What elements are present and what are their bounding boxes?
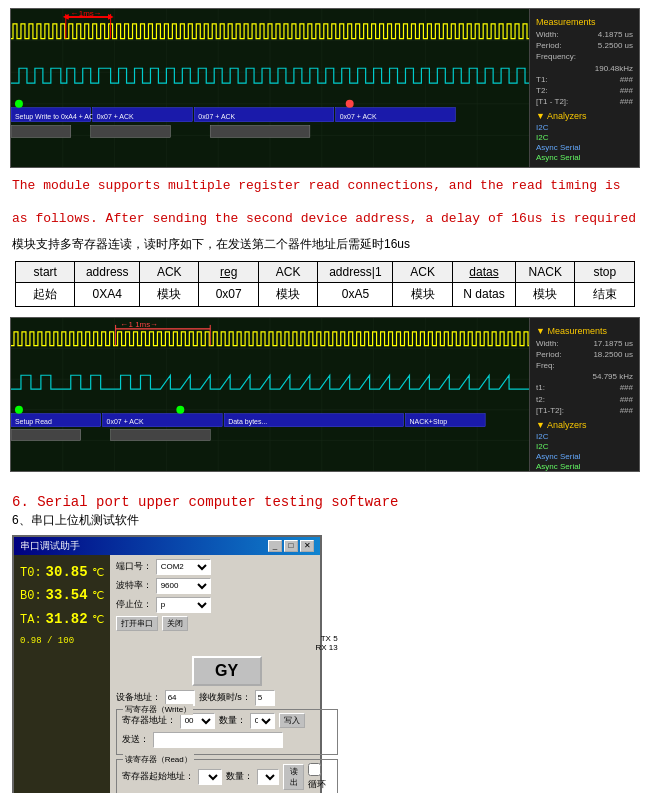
read-count-select[interactable] xyxy=(257,769,279,785)
td-mkuai4: 模块 xyxy=(516,282,575,306)
svg-point-31 xyxy=(346,100,354,108)
svg-rect-54 xyxy=(11,429,81,440)
th-ack1: ACK xyxy=(140,261,199,282)
th-ack2: ACK xyxy=(258,261,317,282)
software-titlebar: 串口调试助手 _ □ ✕ xyxy=(14,537,320,555)
stop-row: 停止位： p xyxy=(116,597,338,613)
close-port-button[interactable]: 关闭 xyxy=(162,616,188,631)
write-addr-select[interactable]: 00 xyxy=(180,713,215,729)
recv-interval-input[interactable] xyxy=(255,690,275,706)
svg-point-60 xyxy=(15,405,23,413)
osc1-analyzer-4: Async Serial xyxy=(536,153,633,162)
osc1-t1: T1: ### xyxy=(536,74,633,85)
description-chinese: 模块支持多寄存器连读，读时序如下，在发送第二个器件地址后需延时16us xyxy=(0,234,650,257)
osc1-analyzer-2: I2C xyxy=(536,133,633,142)
baud-select[interactable]: 9600 xyxy=(156,578,211,594)
write-count-label: 数量： xyxy=(219,714,246,727)
b0-value: 33.54 xyxy=(46,584,88,608)
osc1-measurements-title: Measurements xyxy=(536,17,633,27)
svg-text:0x07 + ACK: 0x07 + ACK xyxy=(107,417,144,424)
read-section-label: 读寄存器（Read） xyxy=(123,754,194,765)
port-label: 端口号： xyxy=(116,560,152,573)
progress-val1: 0.98 xyxy=(20,636,42,646)
open-port-button[interactable]: 打开串口 xyxy=(116,616,158,631)
osc2-t1t2: [T1-T2]: ### xyxy=(536,405,633,416)
td-mkuai3: 模块 xyxy=(393,282,452,306)
svg-text:←1 1ms→: ←1 1ms→ xyxy=(121,320,159,329)
osc2-width: Width: 17.1875 us xyxy=(536,338,633,349)
td-qishi: 起始 xyxy=(16,282,75,306)
osc2-t2: t2: ### xyxy=(536,394,633,405)
write-addr-row: 寄存器地址： 00 数量： 00 写入 xyxy=(122,713,332,729)
ta-value: 31.82 xyxy=(46,608,88,632)
recv-interval-label: 接收频时/s： xyxy=(199,691,251,704)
maximize-button[interactable]: □ xyxy=(284,540,298,552)
description-line2: as follows. After sending the second dev… xyxy=(0,201,650,234)
osc2-analyzer-2: I2C xyxy=(536,442,633,451)
th-datas: datas xyxy=(452,261,515,282)
t0-unit: ℃ xyxy=(92,564,104,583)
osc2-t1: t1: ### xyxy=(536,382,633,393)
section6-title: 6. Serial port upper computer testing so… xyxy=(0,482,650,512)
minimize-button[interactable]: _ xyxy=(268,540,282,552)
osc2-measurements-title: ▼ Measurements xyxy=(536,326,633,336)
read-addr-select[interactable] xyxy=(198,769,223,785)
th-address: address xyxy=(75,261,140,282)
ta-label: TA: xyxy=(20,610,42,630)
td-jieshu: 结束 xyxy=(575,282,635,306)
read-count-label: 数量： xyxy=(226,770,253,783)
baud-row: 波特率： 9600 xyxy=(116,578,338,594)
svg-text:0x07 + ACK: 0x07 + ACK xyxy=(340,113,377,120)
osc1-period: Period: 5.2500 us xyxy=(536,40,633,51)
port-row: 端口号： COM2 xyxy=(116,559,338,575)
td-reg-val: 0x07 xyxy=(199,282,258,306)
b0-label: B0: xyxy=(20,586,42,606)
write-data-row: 发送： xyxy=(122,732,332,748)
svg-text:Setup Read: Setup Read xyxy=(15,417,52,425)
software-window: 串口调试助手 _ □ ✕ T0: 30.85 ℃ B0: 33.54 ℃ TA:… xyxy=(12,535,322,793)
t0-value: 30.85 xyxy=(46,561,88,585)
osc2-analyzer-1: I2C xyxy=(536,432,633,441)
th-start: start xyxy=(16,261,75,282)
svg-text:NACK+Stop: NACK+Stop xyxy=(409,417,447,425)
td-addr2-val: 0xA5 xyxy=(318,282,393,306)
osc1-sidebar: Measurements Width: 4.1875 us Period: 5.… xyxy=(529,9,639,167)
controls-panel: 端口号： COM2 波特率： 9600 停止位： p 打开串口 关闭 xyxy=(110,555,344,793)
svg-point-61 xyxy=(176,405,184,413)
description-line1: The module supports multiple register re… xyxy=(0,168,650,201)
write-button[interactable]: 写入 xyxy=(279,713,305,728)
svg-text:Data bytes...: Data bytes... xyxy=(228,417,267,425)
gy-button[interactable]: GY xyxy=(192,656,262,686)
td-mkuai1: 模块 xyxy=(140,282,199,306)
stop-select[interactable]: p xyxy=(156,597,211,613)
t0-label: T0: xyxy=(20,563,42,583)
read-addr-label: 寄存器起始地址： xyxy=(122,770,194,783)
read-section-box: 读寄存器（Read） 寄存器起始地址： 数量： 读出 循环 xyxy=(116,759,338,793)
progress-sep: / xyxy=(47,636,58,646)
td-addr-val: 0XA4 xyxy=(75,282,140,306)
osc1-svg: Setup Write to 0xA4 + ACK 0x07 + ACK 0x0… xyxy=(11,9,529,167)
table-data-row: 起始 0XA4 模块 0x07 模块 0xA5 模块 N datas 模块 结束 xyxy=(16,282,635,306)
port-select[interactable]: COM2 xyxy=(156,559,211,575)
read-loop-checkbox[interactable] xyxy=(308,763,321,776)
temp-b0-row: B0: 33.54 ℃ xyxy=(20,584,104,608)
section6-title-chinese: 6、串口上位机测试软件 xyxy=(0,512,650,535)
temp-t0-row: T0: 30.85 ℃ xyxy=(20,561,104,585)
osc1-analyzer-3: Async Serial xyxy=(536,143,633,152)
oscilloscope-1: Setup Write to 0xA4 + ACK 0x07 + ACK 0x0… xyxy=(10,8,640,168)
svg-rect-23 xyxy=(91,126,171,138)
svg-text:0x07 + ACK: 0x07 + ACK xyxy=(97,113,134,120)
svg-text:←1ms→: ←1ms→ xyxy=(71,9,102,18)
close-button[interactable]: ✕ xyxy=(300,540,314,552)
td-ndatas: N datas xyxy=(452,282,515,306)
osc2-analyzers-title: ▼ Analyzers xyxy=(536,420,633,430)
osc2-freq: Freq: xyxy=(536,360,633,371)
read-addr-row: 寄存器起始地址： 数量： 读出 循环 xyxy=(122,763,332,791)
osc1-analyzer-1: I2C xyxy=(536,123,633,132)
timing-table: start address ACK reg ACK address|1 ACK … xyxy=(15,261,635,307)
titlebar-buttons[interactable]: _ □ ✕ xyxy=(268,540,314,552)
osc2-sidebar: ▼ Measurements Width: 17.1875 us Period:… xyxy=(529,318,639,471)
write-count-select[interactable]: 00 xyxy=(250,713,275,729)
write-data-input[interactable] xyxy=(153,732,283,748)
read-button[interactable]: 读出 xyxy=(283,764,304,790)
